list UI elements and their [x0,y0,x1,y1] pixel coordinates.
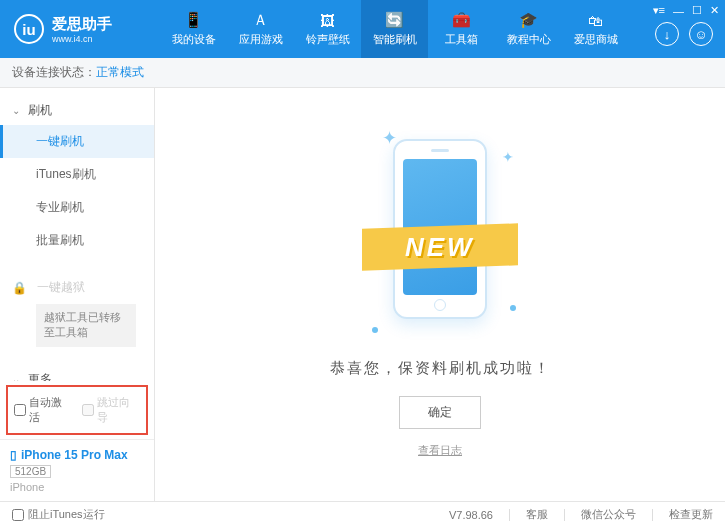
tutorial-icon: 🎓 [520,11,538,29]
title-bar: iu 爱思助手 www.i4.cn 📱我的设备 Ａ应用游戏 🖼铃声壁纸 🔄智能刷… [0,0,725,58]
nav-toolbox[interactable]: 🧰工具箱 [428,0,495,58]
footer: 阻止iTunes运行 V7.98.66 客服 微信公众号 检查更新 [0,501,725,527]
device-icon: 📱 [185,11,203,29]
sidebar-section-jailbreak: 🔒一键越狱 [0,273,154,302]
nav-smart-flash[interactable]: 🔄智能刷机 [361,0,428,58]
store-icon: 🛍 [587,11,605,29]
sidebar-item-jailbreak-moved: 越狱工具已转移至工具箱 [36,304,136,347]
checkbox-skip-guide[interactable]: 跳过向导 [82,395,140,425]
footer-link-update[interactable]: 检查更新 [669,507,713,522]
lock-icon: 🔒 [12,281,27,295]
nav-my-device[interactable]: 📱我的设备 [160,0,227,58]
sidebar: ⌄刷机 一键刷机 iTunes刷机 专业刷机 批量刷机 🔒一键越狱 越狱工具已转… [0,88,155,501]
window-controls: ▾≡ — ☐ ✕ [653,4,719,17]
device-storage: 512GB [10,465,51,478]
sparkle-icon: ✦ [502,149,514,165]
header-action-buttons: ↓ ☺ [655,22,713,46]
logo-icon: iu [14,14,44,44]
minimize-icon[interactable]: — [673,5,684,17]
status-label: 设备连接状态： [12,64,96,81]
activation-options: 自动激活 跳过向导 [6,385,148,435]
nav-tutorials[interactable]: 🎓教程中心 [495,0,562,58]
chevron-down-icon: ⌄ [12,105,22,116]
device-type: iPhone [10,481,144,493]
checkbox-auto-activate[interactable]: 自动激活 [14,395,72,425]
download-button[interactable]: ↓ [655,22,679,46]
sidebar-section-flash[interactable]: ⌄刷机 [0,96,154,125]
apps-icon: Ａ [252,11,270,29]
dot-icon [372,327,378,333]
view-log-link[interactable]: 查看日志 [418,443,462,458]
maximize-icon[interactable]: ☐ [692,4,702,17]
success-illustration: ✦ ✦ NEW [370,131,510,341]
sidebar-item-oneclick-flash[interactable]: 一键刷机 [0,125,154,158]
footer-link-wechat[interactable]: 微信公众号 [581,507,636,522]
logo-area: iu 爱思助手 www.i4.cn [0,14,160,44]
sidebar-item-pro-flash[interactable]: 专业刷机 [0,191,154,224]
status-bar: 设备连接状态： 正常模式 [0,58,725,88]
divider [652,509,653,521]
footer-link-support[interactable]: 客服 [526,507,548,522]
phone-icon: ▯ [10,448,17,462]
nav-ringtones[interactable]: 🖼铃声壁纸 [294,0,361,58]
menu-icon[interactable]: ▾≡ [653,4,665,17]
ok-button[interactable]: 确定 [399,396,481,429]
dot-icon [510,305,516,311]
device-name[interactable]: ▯iPhone 15 Pro Max [10,448,144,462]
nav-apps-games[interactable]: Ａ应用游戏 [227,0,294,58]
nav-store[interactable]: 🛍爱思商城 [562,0,629,58]
top-nav: 📱我的设备 Ａ应用游戏 🖼铃声壁纸 🔄智能刷机 🧰工具箱 🎓教程中心 🛍爱思商城 [160,0,629,58]
device-info: ▯iPhone 15 Pro Max 512GB iPhone [0,439,154,501]
sidebar-item-itunes-flash[interactable]: iTunes刷机 [0,158,154,191]
close-icon[interactable]: ✕ [710,4,719,17]
checkbox-block-itunes[interactable]: 阻止iTunes运行 [12,507,105,522]
divider [564,509,565,521]
main-content: ✦ ✦ NEW 恭喜您，保资料刷机成功啦！ 确定 查看日志 [155,88,725,501]
app-name: 爱思助手 [52,15,112,34]
sidebar-section-more[interactable]: ⌄更多 [0,365,154,381]
account-button[interactable]: ☺ [689,22,713,46]
toolbox-icon: 🧰 [453,11,471,29]
ringtone-icon: 🖼 [319,11,337,29]
flash-icon: 🔄 [386,11,404,29]
new-banner: NEW [362,223,518,270]
status-mode: 正常模式 [96,64,144,81]
sidebar-item-batch-flash[interactable]: 批量刷机 [0,224,154,257]
version-label: V7.98.66 [449,509,493,521]
chevron-down-icon: ⌄ [12,374,22,381]
app-url: www.i4.cn [52,34,112,44]
divider [509,509,510,521]
success-message: 恭喜您，保资料刷机成功啦！ [330,359,551,378]
